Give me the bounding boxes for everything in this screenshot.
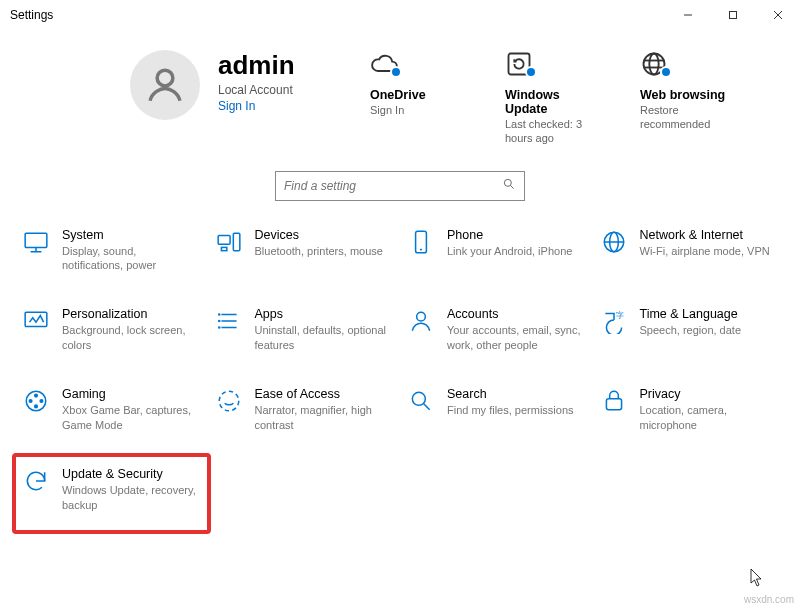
accounts-icon: [407, 307, 435, 335]
svg-rect-1: [729, 12, 736, 19]
category-sub: Windows Update, recovery, backup: [62, 483, 201, 513]
category-title: Phone: [447, 228, 586, 242]
personalization-icon: [22, 307, 50, 335]
privacy-icon: [600, 387, 628, 415]
status-tiles: OneDrive Sign In Windows Update Last che…: [370, 50, 740, 146]
category-sub: Background, lock screen, colors: [62, 323, 201, 353]
close-button[interactable]: [755, 0, 800, 30]
tile-title: OneDrive: [370, 88, 470, 102]
tile-sub: Sign In: [370, 103, 470, 117]
category-title: Devices: [255, 228, 394, 242]
signin-link[interactable]: Sign In: [218, 99, 295, 113]
category-devices[interactable]: Devices Bluetooth, printers, mouse: [213, 226, 396, 276]
category-title: Network & Internet: [640, 228, 779, 242]
category-title: Gaming: [62, 387, 201, 401]
titlebar: Settings: [0, 0, 800, 30]
category-ease[interactable]: Ease of Access Narrator, magnifier, high…: [213, 385, 396, 435]
category-title: Time & Language: [640, 307, 779, 321]
category-privacy[interactable]: Privacy Location, camera, microphone: [598, 385, 781, 435]
status-badge-icon: [525, 66, 537, 78]
category-update[interactable]: Update & Security Windows Update, recove…: [12, 453, 211, 535]
category-title: System: [62, 228, 201, 242]
devices-icon: [215, 228, 243, 256]
category-sub: Speech, region, date: [640, 323, 779, 338]
user-account-type: Local Account: [218, 83, 295, 97]
search-box[interactable]: [275, 171, 525, 201]
category-title: Ease of Access: [255, 387, 394, 401]
search-icon: [407, 387, 435, 415]
category-system[interactable]: System Display, sound, notifications, po…: [20, 226, 203, 276]
tile-sub: Last checked: 3 hours ago: [505, 117, 605, 146]
network-icon: [600, 228, 628, 256]
category-phone[interactable]: Phone Link your Android, iPhone: [405, 226, 588, 276]
tile-title: Web browsing: [640, 88, 740, 102]
category-sub: Location, camera, microphone: [640, 403, 779, 433]
category-sub: Find my files, permissions: [447, 403, 586, 418]
svg-point-4: [157, 70, 173, 86]
system-icon: [22, 228, 50, 256]
search-icon: [502, 177, 516, 194]
gaming-icon: [22, 387, 50, 415]
category-sub: Display, sound, notifications, power: [62, 244, 201, 274]
svg-line-6: [510, 186, 513, 189]
ease-icon: [215, 387, 243, 415]
category-title: Personalization: [62, 307, 201, 321]
maximize-button[interactable]: [710, 0, 755, 30]
search-input[interactable]: [284, 179, 502, 193]
tile-title: Windows Update: [505, 88, 605, 116]
category-personalization[interactable]: Personalization Background, lock screen,…: [20, 305, 203, 355]
category-sub: Xbox Game Bar, captures, Game Mode: [62, 403, 201, 433]
update-icon: [22, 467, 50, 495]
category-sub: Link your Android, iPhone: [447, 244, 586, 259]
category-sub: Your accounts, email, sync, work, other …: [447, 323, 586, 353]
phone-icon: [407, 228, 435, 256]
category-time[interactable]: Time & Language Speech, region, date: [598, 305, 781, 355]
time-icon: [600, 307, 628, 335]
category-title: Apps: [255, 307, 394, 321]
cursor-icon: [750, 569, 764, 590]
avatar[interactable]: [130, 50, 200, 120]
attribution: wsxdn.com: [744, 594, 794, 605]
apps-icon: [215, 307, 243, 335]
category-accounts[interactable]: Accounts Your accounts, email, sync, wor…: [405, 305, 588, 355]
category-title: Privacy: [640, 387, 779, 401]
category-title: Accounts: [447, 307, 586, 321]
category-search[interactable]: Search Find my files, permissions: [405, 385, 588, 435]
window-title: Settings: [10, 8, 53, 22]
tile-sub: Restore recommended: [640, 103, 740, 132]
category-sub: Narrator, magnifier, high contrast: [255, 403, 394, 433]
category-gaming[interactable]: Gaming Xbox Game Bar, captures, Game Mod…: [20, 385, 203, 435]
category-title: Search: [447, 387, 586, 401]
category-network[interactable]: Network & Internet Wi-Fi, airplane mode,…: [598, 226, 781, 276]
tile-webbrowsing[interactable]: Web browsing Restore recommended: [640, 50, 740, 146]
status-badge-icon: [660, 66, 672, 78]
category-sub: Bluetooth, printers, mouse: [255, 244, 394, 259]
tile-onedrive[interactable]: OneDrive Sign In: [370, 50, 470, 146]
header: admin Local Account Sign In OneDrive Sig…: [0, 30, 800, 161]
user-name: admin: [218, 50, 295, 81]
category-apps[interactable]: Apps Uninstall, defaults, optional featu…: [213, 305, 396, 355]
category-grid: System Display, sound, notifications, po…: [0, 226, 800, 523]
minimize-button[interactable]: [665, 0, 710, 30]
category-sub: Uninstall, defaults, optional features: [255, 323, 394, 353]
tile-winupdate[interactable]: Windows Update Last checked: 3 hours ago: [505, 50, 605, 146]
status-badge-icon: [390, 66, 402, 78]
svg-point-5: [504, 179, 511, 186]
category-title: Update & Security: [62, 467, 201, 481]
category-sub: Wi-Fi, airplane mode, VPN: [640, 244, 779, 259]
